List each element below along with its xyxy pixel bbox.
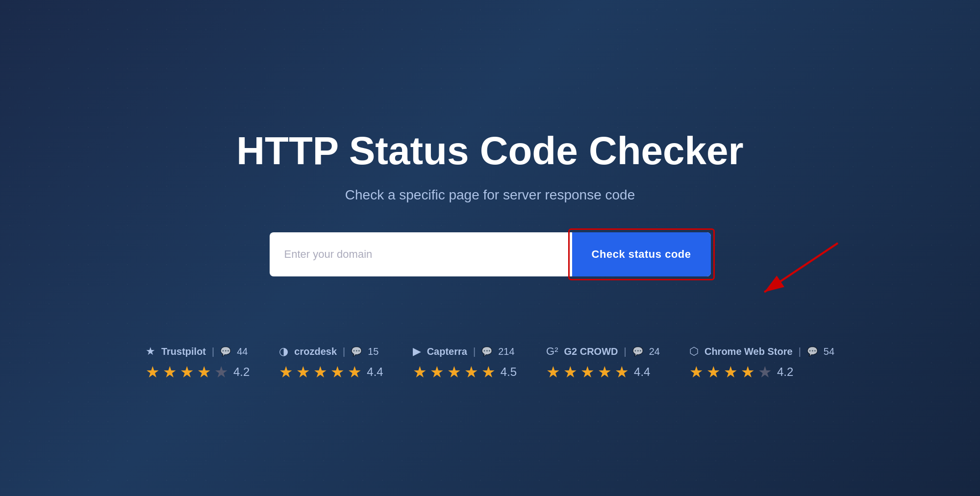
comment-icon: 💬 (220, 346, 231, 357)
star-full: ★ (163, 363, 177, 381)
star-half: ★ (481, 363, 496, 381)
divider: | (799, 346, 801, 357)
star-full: ★ (313, 363, 327, 381)
star-full: ★ (180, 363, 194, 381)
comment-icon: 💬 (807, 346, 818, 357)
platform-name: Trustpilot (161, 346, 206, 357)
stars-container: ★★★★★ 4.4 (546, 363, 650, 381)
platform-icon: G² (546, 345, 558, 358)
page-title: HTTP Status Code Checker (236, 129, 743, 173)
platform-name: crozdesk (294, 346, 337, 357)
star-full: ★ (689, 363, 704, 381)
check-button-wrapper: Check status code (572, 232, 711, 276)
check-status-button[interactable]: Check status code (572, 232, 711, 276)
star-full: ★ (146, 363, 160, 381)
divider: | (624, 346, 627, 357)
rating-header: ★ Trustpilot | 💬 44 (146, 345, 248, 358)
rating-score: 4.2 (233, 365, 250, 379)
rating-item: G² G2 CROWD | 💬 24 ★★★★★ 4.4 (546, 345, 660, 381)
rating-score: 4.4 (634, 365, 650, 379)
rating-item: ▶ Capterra | 💬 214 ★★★★★ 4.5 (413, 345, 517, 381)
star-full: ★ (447, 363, 461, 381)
arrow-annotation (735, 238, 843, 319)
platform-icon: ▶ (413, 345, 421, 358)
rating-item: ★ Trustpilot | 💬 44 ★★★★★ 4.2 (146, 345, 250, 381)
star-full: ★ (430, 363, 444, 381)
platform-icon: ★ (146, 345, 155, 358)
rating-count: 214 (498, 346, 514, 357)
star-half: ★ (615, 363, 629, 381)
star-full: ★ (546, 363, 560, 381)
stars-container: ★★★★★ 4.5 (413, 363, 517, 381)
star-full: ★ (413, 363, 427, 381)
divider: | (343, 346, 345, 357)
hero-section: HTTP Status Code Checker Check a specifi… (0, 90, 980, 306)
rating-score: 4.5 (501, 365, 517, 379)
stars-container: ★★★★★ 4.2 (146, 363, 250, 381)
rating-header: G² G2 CROWD | 💬 24 (546, 345, 660, 358)
star-full: ★ (724, 363, 738, 381)
rating-count: 44 (237, 346, 248, 357)
star-full: ★ (598, 363, 612, 381)
star-full: ★ (330, 363, 345, 381)
rating-item: ◑ crozdesk | 💬 15 ★★★★★ 4.4 (279, 345, 383, 381)
svg-line-1 (764, 243, 838, 292)
rating-header: ▶ Capterra | 💬 214 (413, 345, 515, 358)
star-full: ★ (741, 363, 755, 381)
rating-score: 4.4 (367, 365, 383, 379)
stars-container: ★★★★★ 4.2 (689, 363, 793, 381)
rating-score: 4.2 (777, 365, 793, 379)
page-subtitle: Check a specific page for server respons… (345, 187, 635, 203)
ratings-section: ★ Trustpilot | 💬 44 ★★★★★ 4.2 ◑ crozdesk… (0, 325, 980, 406)
rating-count: 54 (824, 346, 834, 357)
comment-icon: 💬 (632, 346, 643, 357)
platform-name: Chrome Web Store (704, 346, 793, 357)
platform-name: G2 CROWD (564, 346, 618, 357)
platform-icon: ◑ (279, 345, 288, 358)
divider: | (473, 346, 476, 357)
rating-header: ⬡ Chrome Web Store | 💬 54 (689, 345, 834, 358)
star-full: ★ (296, 363, 310, 381)
star-full: ★ (464, 363, 478, 381)
comment-icon: 💬 (481, 346, 492, 357)
star-empty: ★ (758, 363, 772, 381)
star-full: ★ (580, 363, 595, 381)
star-full: ★ (279, 363, 293, 381)
stars-container: ★★★★★ 4.4 (279, 363, 383, 381)
domain-input[interactable] (270, 232, 572, 276)
platform-icon: ⬡ (689, 345, 699, 358)
star-empty: ★ (214, 363, 228, 381)
rating-header: ◑ crozdesk | 💬 15 (279, 345, 378, 358)
comment-icon: 💬 (351, 346, 362, 357)
platform-name: Capterra (427, 346, 467, 357)
star-full: ★ (197, 363, 211, 381)
star-half: ★ (348, 363, 362, 381)
rating-count: 15 (368, 346, 378, 357)
star-full: ★ (706, 363, 721, 381)
star-full: ★ (563, 363, 578, 381)
divider: | (212, 346, 214, 357)
rating-count: 24 (649, 346, 660, 357)
search-container: Check status code (270, 232, 711, 276)
rating-item: ⬡ Chrome Web Store | 💬 54 ★★★★★ 4.2 (689, 345, 834, 381)
